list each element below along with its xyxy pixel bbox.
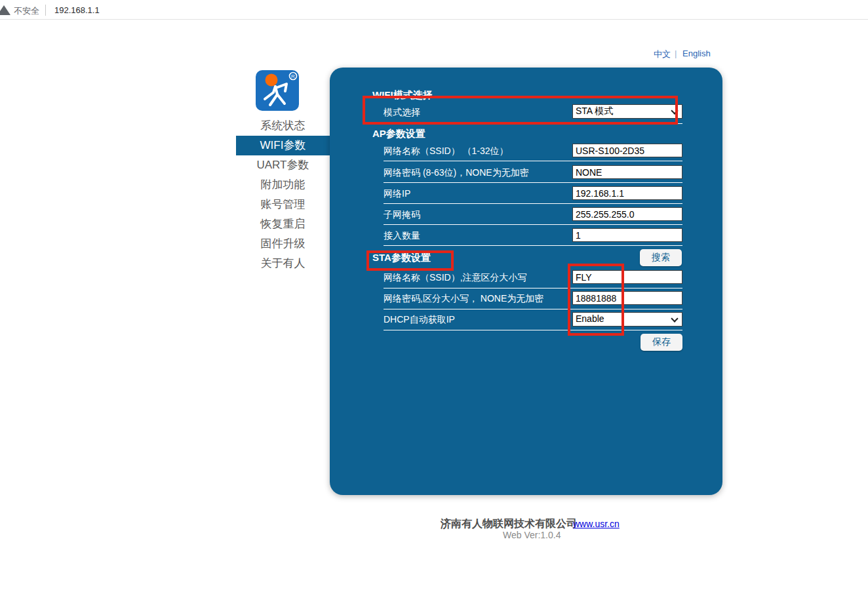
chevron-down-icon (671, 107, 678, 114)
row-divider (384, 330, 682, 330)
dhcp-label: DHCP自动获取IP (384, 314, 455, 326)
search-button[interactable]: 搜索 (640, 249, 682, 266)
row-divider (384, 161, 682, 161)
row-divider (384, 123, 682, 124)
usr-logo: R (256, 70, 299, 111)
svg-text:R: R (291, 73, 295, 79)
ap-ip-label: 网络IP (384, 188, 410, 200)
footer-web-version: Web Ver:1.0.4 (503, 530, 561, 540)
ap-section-title: AP参数设置 (372, 128, 425, 140)
mode-select-label: 模式选择 (384, 107, 420, 119)
sidebar-item-account-management[interactable]: 账号管理 (236, 195, 330, 214)
sta-ssid-label: 网络名称（SSID）,注意区分大小写 (384, 272, 527, 284)
url-text[interactable]: 192.168.1.1 (54, 5, 100, 15)
ap-ssid-input[interactable] (572, 144, 682, 157)
footer-website-link[interactable]: www.usr.cn (573, 519, 620, 529)
ap-password-label: 网络密码 (8-63位)，NONE为无加密 (384, 167, 529, 179)
address-bar-divider (45, 5, 46, 16)
ap-ip-input[interactable] (572, 186, 682, 200)
sidebar-item-wifi-params[interactable]: WIFI参数 (236, 136, 330, 155)
sta-password-input[interactable] (572, 291, 682, 305)
sidebar-item-uart-params[interactable]: UART参数 (236, 155, 330, 175)
mode-select-value: STA 模式 (576, 106, 613, 116)
row-divider (384, 309, 682, 309)
row-divider (384, 288, 682, 288)
row-divider (384, 182, 682, 183)
browser-address-bar: 不安全 192.168.1.1 (0, 0, 868, 20)
language-separator: | (675, 49, 677, 58)
footer-company-name: 济南有人物联网技术有限公司 (441, 517, 577, 531)
sidebar-item-restore-restart[interactable]: 恢复重启 (236, 214, 330, 234)
chevron-down-icon (671, 315, 678, 322)
ap-password-input[interactable] (572, 165, 682, 179)
wifi-settings-panel: WIFI模式选择 模式选择 STA 模式 AP参数设置 网络名称（SSID） （… (330, 68, 722, 495)
save-button[interactable]: 保存 (641, 334, 682, 351)
ap-max-clients-label: 接入数量 (384, 230, 420, 242)
dhcp-select-value: Enable (576, 313, 604, 324)
sta-section-title: STA参数设置 (372, 252, 431, 264)
mode-select[interactable]: STA 模式 (572, 104, 682, 119)
wifi-mode-section-title: WIFI模式选择 (372, 89, 433, 102)
dhcp-select[interactable]: Enable (572, 312, 682, 327)
sidebar-item-firmware-upgrade[interactable]: 固件升级 (236, 234, 330, 254)
sidebar-item-system-status[interactable]: 系统状态 (236, 116, 330, 136)
sta-password-label: 网络密码,区分大小写， NONE为无加密 (384, 293, 543, 305)
ap-max-clients-input[interactable] (572, 228, 682, 242)
row-divider (384, 245, 682, 246)
sidebar-item-extra-functions[interactable]: 附加功能 (236, 175, 330, 195)
ap-ssid-label: 网络名称（SSID） （1-32位） (384, 146, 509, 157)
sidebar-menu: 系统状态 WIFI参数 UART参数 附加功能 账号管理 恢复重启 固件升级 关… (236, 116, 330, 273)
sidebar-item-about-usr[interactable]: 关于有人 (236, 254, 330, 273)
ap-subnet-label: 子网掩码 (384, 209, 420, 221)
row-divider (384, 224, 682, 225)
row-divider (384, 203, 682, 204)
ap-subnet-input[interactable] (572, 207, 682, 221)
warning-triangle-icon (0, 5, 10, 15)
sta-ssid-input[interactable] (572, 270, 682, 284)
wifi-config-page: { "browser": { "warning": "不安全", "url": … (0, 0, 868, 596)
security-warning-label[interactable]: 不安全 (14, 5, 39, 17)
language-link-chinese[interactable]: 中文 (654, 49, 671, 60)
language-link-english[interactable]: English (682, 49, 711, 58)
